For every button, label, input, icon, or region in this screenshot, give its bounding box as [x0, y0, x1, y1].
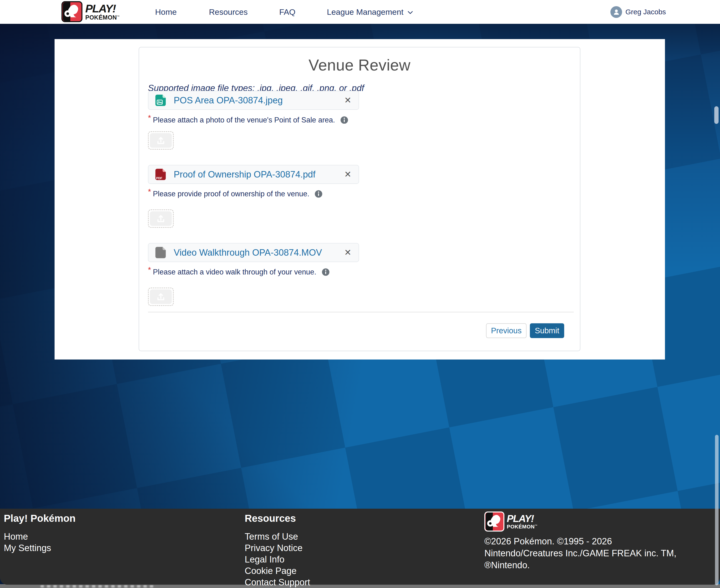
upload-icon	[150, 290, 172, 304]
form-divider	[148, 312, 574, 312]
user-menu[interactable]: Greg Jacobs	[610, 0, 666, 24]
upload-button[interactable]	[148, 288, 174, 306]
brand-text: PLAY! POKÉMON™	[85, 3, 120, 20]
remove-file-button[interactable]: ✕	[342, 95, 353, 105]
file-requirement-caption: * Please attach a video walk through of …	[148, 267, 330, 277]
footer-link-legal-info[interactable]: Legal Info	[245, 554, 310, 565]
footer-column-resources: Resources Terms of Use Privacy Notice Le…	[245, 513, 310, 588]
page-scrollbar-thumb[interactable]	[715, 435, 719, 585]
venue-review-card: Venue Review Supported image file types:…	[55, 39, 665, 359]
nav-faq[interactable]: FAQ	[279, 0, 295, 24]
footer-link-contact-support[interactable]: Contact Support	[245, 576, 310, 588]
upload-icon	[150, 211, 172, 226]
top-navbar: PLAY! POKÉMON™ Home Resources FAQ League…	[0, 0, 720, 24]
inner-scrollbar-thumb[interactable]	[714, 106, 719, 124]
footer-link-terms-of-use[interactable]: Terms of Use	[245, 531, 310, 542]
required-asterisk: *	[148, 187, 151, 196]
nav-league-management[interactable]: League Management	[327, 0, 414, 24]
footer-column-legal: PLAY! POKÉMON™ ©2026 Pokémon. ©1995 - 20…	[484, 511, 676, 571]
file-link-ownership[interactable]: Proof of Ownership OPA-30874.pdf	[174, 169, 315, 180]
upload-button[interactable]	[148, 209, 174, 228]
avatar	[610, 6, 622, 18]
copyright-line: ®Nintendo.	[484, 559, 676, 571]
footer: Play! Pokémon Home My Settings Resources…	[0, 509, 720, 585]
brand-play-label: PLAY!	[85, 3, 120, 14]
copyright-line: ©2026 Pokémon. ©1995 - 2026	[484, 536, 676, 547]
footer-link-my-settings[interactable]: My Settings	[4, 542, 76, 554]
play-pokemon-mark-icon	[484, 511, 504, 531]
page: PLAY! POKÉMON™ Home Resources FAQ League…	[0, 0, 720, 588]
footer-heading: Play! Pokémon	[4, 513, 76, 524]
brand-text: PLAY! POKÉMON™	[507, 514, 537, 529]
remove-file-button[interactable]: ✕	[342, 169, 353, 180]
required-asterisk: *	[148, 115, 151, 123]
info-icon[interactable]	[315, 190, 323, 198]
file-link-video[interactable]: Video Walkthrough OPA-30874.MOV	[174, 248, 322, 258]
remove-file-button[interactable]: ✕	[342, 248, 353, 257]
copyright-line: Nintendo/Creatures Inc./GAME FREAK inc. …	[484, 547, 676, 559]
brand-play-label: PLAY!	[507, 514, 537, 524]
attached-file-row-video: Video Walkthrough OPA-30874.MOV ✕	[148, 243, 359, 262]
play-pokemon-logo[interactable]: PLAY! POKÉMON™	[62, 1, 120, 22]
svg-text:PDF: PDF	[156, 176, 162, 180]
page-title: Venue Review	[139, 56, 580, 74]
image-file-icon	[154, 93, 168, 107]
info-icon[interactable]	[340, 116, 348, 124]
venue-review-form: Venue Review Supported image file types:…	[139, 47, 580, 351]
footer-link-cookie-page[interactable]: Cookie Page	[245, 565, 310, 576]
bottom-page-edge	[0, 584, 720, 588]
brand-pokemon-label: POKÉMON™	[507, 524, 537, 529]
file-link-pos-area[interactable]: POS Area OPA-30874.jpeg	[174, 95, 283, 106]
nav-league-management-label: League Management	[327, 7, 403, 17]
user-name: Greg Jacobs	[626, 8, 666, 16]
blurred-edge-text	[41, 585, 155, 588]
upload-icon	[150, 133, 172, 148]
footer-play-pokemon-logo: PLAY! POKÉMON™	[484, 511, 676, 531]
footer-heading: Resources	[245, 513, 310, 524]
upload-button[interactable]	[148, 131, 174, 150]
info-icon[interactable]	[322, 268, 330, 276]
attached-file-row-pos-area: POS Area OPA-30874.jpeg ✕	[148, 91, 359, 110]
footer-link-privacy-notice[interactable]: Privacy Notice	[245, 542, 310, 554]
required-asterisk: *	[148, 266, 151, 274]
nav-resources[interactable]: Resources	[209, 0, 248, 24]
footer-column-play-pokemon: Play! Pokémon Home My Settings	[4, 513, 76, 554]
footer-link-home[interactable]: Home	[4, 531, 76, 542]
person-icon	[612, 8, 620, 16]
previous-button[interactable]: Previous	[486, 323, 527, 338]
chevron-down-icon	[407, 9, 414, 16]
file-requirement-caption: * Please attach a photo of the venue's P…	[148, 115, 348, 124]
play-pokemon-mark-icon	[62, 1, 82, 22]
pdf-file-icon: PDF	[154, 167, 168, 181]
brand-pokemon-label: POKÉMON™	[85, 15, 120, 20]
nav-home[interactable]: Home	[155, 0, 177, 24]
file-requirement-caption: * Please provide proof of ownership of t…	[148, 189, 323, 199]
generic-file-icon	[154, 246, 168, 259]
submit-button[interactable]: Submit	[530, 323, 564, 338]
form-actions: Previous Submit	[486, 323, 564, 338]
attached-file-row-ownership: PDF Proof of Ownership OPA-30874.pdf ✕	[148, 165, 359, 184]
